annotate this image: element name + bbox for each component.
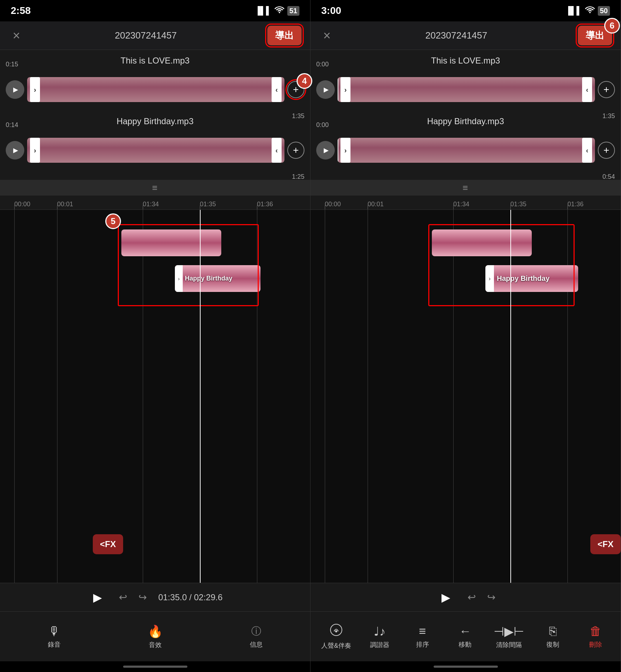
ruler-r-00-00: 00:00	[325, 201, 341, 208]
timeline-clip2-right[interactable]: › Happy Birthday	[485, 265, 578, 292]
track2-wrapper-right: 0:00 › ‹ +	[316, 129, 615, 173]
vline-1	[14, 210, 15, 583]
drag-handle-left[interactable]: ≡	[0, 180, 310, 196]
redo-btn-right[interactable]: ↪	[487, 591, 495, 603]
fx-btn-left[interactable]: <FX	[93, 534, 123, 554]
timeline-clip1-right[interactable]	[432, 229, 532, 256]
timeline-content-right: › Happy Birthday <FX	[310, 210, 621, 583]
track2-handle-right-right[interactable]: ‹	[582, 138, 592, 163]
track2-add-btn-right[interactable]: +	[598, 142, 615, 159]
playhead-left	[200, 210, 201, 583]
status-bar-right: 3:00 ▐▌▌ 50	[310, 0, 621, 21]
track1-time-start-right: 0:00	[316, 61, 329, 68]
ruler-r-01-35: 01:35	[510, 201, 526, 208]
track1-waveform-left: › ‹	[27, 77, 284, 102]
track2-title-left: Happy Birthday.mp3	[6, 116, 304, 126]
playback-bar-left: ▶ ↩ ↪ 01:35.0 / 02:29.6	[0, 583, 310, 611]
tuner-label: 調諧器	[370, 641, 389, 649]
top-bar-right: × 202307241457 6 導出	[310, 21, 621, 50]
timeline-content-left: 5 › Happy Birthday <FX	[0, 210, 310, 583]
sfx-label: 音效	[149, 641, 162, 649]
home-indicator-right	[310, 661, 621, 672]
undo-btn-left[interactable]: ↩	[119, 591, 127, 603]
move-icon: ←	[459, 624, 471, 638]
status-bar-left: 2:58 ▐▌▌ 51	[0, 0, 310, 21]
wifi-icon-left	[274, 6, 284, 15]
home-bar-right	[434, 666, 498, 668]
track1-handle-left-right[interactable]: ›	[340, 77, 350, 102]
step6-badge: 6	[604, 18, 620, 34]
timeline-clip2-left[interactable]: › Happy Birthday	[175, 265, 261, 292]
vline-r-2	[368, 210, 368, 583]
sfx-icon: 🔥	[148, 624, 163, 638]
info-icon: ⓘ	[251, 625, 261, 638]
toolbar-sfx[interactable]: 🔥 音效	[141, 624, 170, 649]
track2-handle-right-left[interactable]: ‹	[272, 138, 282, 163]
status-icons-right: ▐▌▌ 50	[565, 6, 610, 16]
delete-icon: 🗑	[590, 624, 602, 638]
toolbar-copy[interactable]: ⎘ 復制	[539, 624, 567, 649]
track1-handle-left-left[interactable]: ›	[30, 77, 40, 102]
ruler-right: 00:00 00:01 01:34 01:35 01:36	[310, 196, 621, 210]
battery-right: 50	[598, 6, 610, 16]
status-icons-left: ▐▌▌ 51	[255, 6, 299, 16]
close-btn-left[interactable]: ×	[9, 28, 24, 43]
track2-handle-left-right[interactable]: ›	[340, 138, 350, 163]
record-label: 錄音	[48, 640, 61, 649]
track2-time-end-left: 1:25	[292, 173, 304, 181]
playhead-right	[510, 210, 511, 583]
record-icon: 🎙	[48, 624, 60, 638]
arrange-icon: ≡	[419, 624, 426, 638]
track2-handle-left-left[interactable]: ›	[30, 138, 40, 163]
close-btn-right[interactable]: ×	[319, 28, 335, 43]
play-btn-large-right[interactable]: ▶	[436, 587, 456, 607]
fx-btn-right[interactable]: <FX	[590, 534, 621, 554]
ruler-left: 00:00 00:01 01:34 01:35 01:36	[0, 196, 310, 210]
svg-point-1	[335, 630, 337, 632]
track2-row-right: › ‹ +	[316, 138, 615, 163]
voice-mix-label: 人聲&伴奏	[321, 641, 351, 650]
top-bar-left: × 202307241457 導出	[0, 21, 310, 50]
svg-point-0	[330, 624, 342, 636]
track2-wrapper-left: 0:14 › ‹ + 1:2	[6, 129, 304, 173]
play-btn-large-left[interactable]: ▶	[87, 587, 107, 607]
export-btn-left[interactable]: 導出	[267, 26, 302, 45]
track1-handle-right-right[interactable]: ‹	[582, 77, 592, 102]
time-display-left: 01:35.0 / 02:29.6	[158, 592, 222, 602]
track2-waveform-right: › ‹	[338, 138, 595, 163]
track1-add-btn-right[interactable]: +	[598, 81, 615, 98]
track2-add-btn-left[interactable]: +	[287, 142, 304, 159]
drag-handle-right[interactable]: ≡	[310, 180, 621, 196]
toolbar-info[interactable]: ⓘ 信息	[242, 625, 271, 649]
track1-section-left: This is LOVE.mp3 0:15 › ‹	[6, 56, 304, 112]
toolbar-voice-mix[interactable]: 人聲&伴奏	[321, 623, 351, 650]
vline-2	[57, 210, 57, 583]
toolbar-delete[interactable]: 🗑 刪除	[581, 624, 610, 649]
track1-wrapper-left: 0:15 › ‹ +	[6, 69, 304, 112]
track1-handle-right-left[interactable]: ‹	[272, 77, 282, 102]
timeline-clip1-left[interactable]	[121, 229, 221, 256]
track1-wrapper-right: 0:00 › ‹ +	[316, 69, 615, 112]
track2-play-right[interactable]	[316, 141, 335, 160]
vline-r-1	[325, 210, 325, 583]
info-label: 信息	[250, 640, 263, 649]
ruler-01-34: 01:34	[143, 201, 159, 208]
undo-btn-right[interactable]: ↩	[468, 591, 476, 603]
toolbar-move[interactable]: ← 移動	[451, 624, 479, 649]
toolbar-clear[interactable]: ⊣▶⊢ 清除間隔	[494, 624, 524, 649]
tracks-area-right: This is LOVE.mp3 0:00 › ‹	[310, 50, 621, 180]
track2-play-left[interactable]	[6, 141, 24, 160]
toolbar-arrange[interactable]: ≡ 排序	[408, 624, 437, 649]
toolbar-record[interactable]: 🎙 錄音	[40, 624, 69, 649]
right-panel: 3:00 ▐▌▌ 50 × 202307241457 6 導出 This is …	[310, 0, 621, 672]
track1-play-right[interactable]	[316, 80, 335, 99]
copy-icon: ⎘	[549, 624, 556, 638]
toolbar-tuner[interactable]: ♩♪ 調諧器	[365, 624, 394, 649]
step4-badge: 4	[297, 73, 312, 89]
track1-time-end-right: 1:35	[602, 112, 615, 120]
ruler-r-01-34: 01:34	[453, 201, 469, 208]
redo-btn-left[interactable]: ↪	[138, 591, 147, 603]
ruler-r-01-36: 01:36	[567, 201, 584, 208]
track1-play-left[interactable]	[6, 80, 24, 99]
playback-bar-right: ▶ ↩ ↪	[310, 583, 621, 611]
